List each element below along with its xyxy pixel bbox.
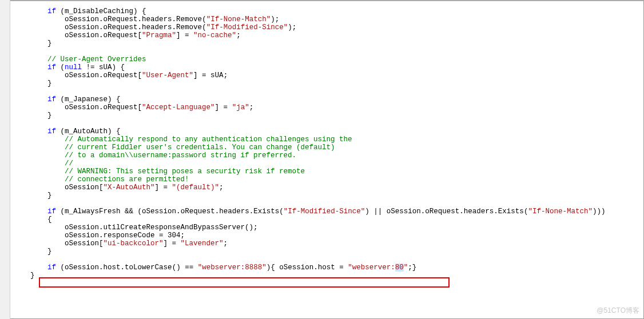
code-line[interactable]: oSession["ui-backcolor"] = "Lavender";	[13, 240, 643, 248]
code-line[interactable]: // WARNING: This setting poses a securit…	[13, 168, 643, 176]
code-line[interactable]: // current Fiddler user's credentials. Y…	[13, 143, 643, 151]
code-line[interactable]: oSession.oRequest["User-Agent"] = sUA;	[13, 71, 643, 79]
code-content[interactable]: if (m_DisableCaching) { oSession.oReques…	[13, 6, 643, 280]
code-line[interactable]	[13, 47, 643, 55]
code-line[interactable]	[13, 87, 643, 95]
code-line[interactable]: }	[13, 39, 643, 47]
code-line[interactable]: if (m_DisableCaching) {	[13, 7, 643, 15]
code-line[interactable]: // to a domain\\username:password string…	[13, 151, 643, 160]
code-line[interactable]: // connections are permitted!	[13, 176, 643, 184]
code-line[interactable]: }	[13, 272, 643, 280]
code-line[interactable]: if (m_Japanese) {	[13, 95, 643, 103]
code-editor[interactable]: if (m_DisableCaching) { oSession.oReques…	[0, 0, 644, 319]
code-line[interactable]: //	[13, 160, 643, 168]
code-line[interactable]: }	[13, 79, 643, 87]
code-line[interactable]: oSession.oRequest.headers.Remove("If-Mod…	[13, 23, 643, 31]
code-line[interactable]: oSession.oRequest.headers.Remove("If-Non…	[13, 15, 643, 23]
code-line[interactable]	[13, 200, 643, 208]
code-line[interactable]: oSession.responseCode = 304;	[13, 232, 643, 240]
code-line[interactable]: // Automatically respond to any authenti…	[13, 135, 643, 143]
code-line[interactable]	[13, 256, 643, 264]
code-line[interactable]: {	[13, 216, 643, 224]
code-line[interactable]: oSession["X-AutoAuth"] = "(default)";	[13, 184, 643, 192]
code-line[interactable]	[13, 119, 643, 127]
code-line[interactable]: }	[13, 192, 643, 200]
watermark-text: @51CTO博客	[597, 306, 639, 316]
code-line[interactable]: if (oSession.host.toLowerCase() == "webs…	[13, 264, 643, 272]
code-line[interactable]: if (m_AutoAuth) {	[13, 127, 643, 135]
code-line[interactable]: }	[13, 248, 643, 256]
editor-gutter	[0, 0, 10, 319]
code-line[interactable]: oSession.utilCreateResponseAndBypassServ…	[13, 224, 643, 232]
code-line[interactable]: oSession.oRequest["Accept-Language"] = "…	[13, 103, 643, 111]
code-line[interactable]: oSession.oRequest["Pragma"] = "no-cache"…	[13, 31, 643, 39]
code-line[interactable]: if (m_AlwaysFresh && (oSession.oRequest.…	[13, 208, 643, 216]
code-line[interactable]: }	[13, 111, 643, 119]
code-line[interactable]: if (null != sUA) {	[13, 63, 643, 71]
code-line[interactable]: // User-Agent Overrides	[13, 55, 643, 63]
